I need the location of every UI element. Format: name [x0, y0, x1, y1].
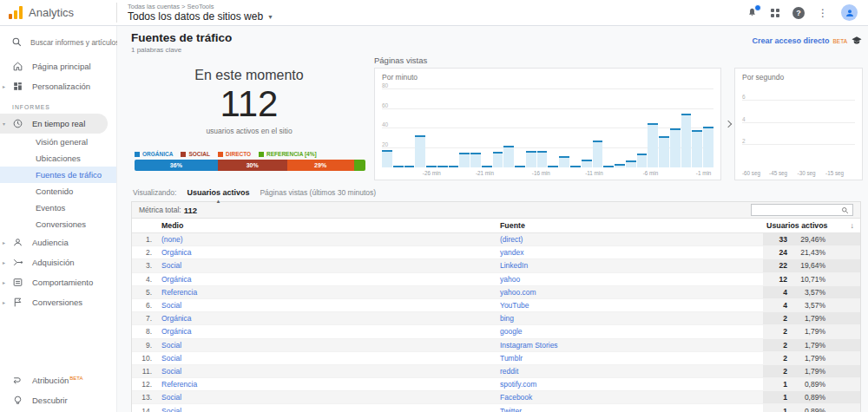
sidebar-item-conversiones[interactable]: ▸Conversiones	[0, 292, 116, 312]
sidebar-subitem-contenido[interactable]: Contenido	[0, 183, 116, 199]
source-link[interactable]: Facebook	[500, 391, 763, 403]
bar[interactable]	[570, 166, 581, 167]
column-header-medio[interactable]: Medio	[161, 221, 500, 230]
medium-link[interactable]: Orgánica	[161, 325, 500, 337]
metric-cell: 3329,46%	[763, 233, 860, 245]
bar[interactable]	[404, 166, 415, 167]
sidebar-subitem-conversiones[interactable]: Conversiones	[0, 216, 116, 232]
medium-link[interactable]: (none)	[161, 233, 500, 245]
bar[interactable]	[648, 123, 658, 167]
create-shortcut-button[interactable]: Crear acceso directo BETA	[752, 35, 863, 47]
medium-link[interactable]: Orgánica	[161, 273, 500, 285]
source-link[interactable]: LinkedIn	[500, 259, 763, 271]
sidebar-item-comportamiento[interactable]: ▸Comportamiento	[0, 272, 116, 292]
bar[interactable]	[593, 141, 603, 168]
source-link[interactable]: yahoo.com	[500, 286, 763, 298]
medium-link[interactable]: Social	[161, 299, 500, 311]
sidebar-item-discover[interactable]: Descubrir	[0, 390, 116, 410]
bar[interactable]	[626, 160, 636, 167]
medium-link[interactable]: Social	[161, 391, 500, 403]
medium-link[interactable]: Referencia	[161, 286, 500, 298]
graduation-cap-icon[interactable]	[851, 35, 863, 47]
bar[interactable]	[449, 166, 459, 167]
sort-descending-icon[interactable]: ↓	[851, 221, 855, 230]
sidebar-subitem-visi-n-general[interactable]: Visión general	[0, 134, 116, 150]
chart-scroll-right-button[interactable]	[721, 68, 734, 180]
sidebar-item-audiencia[interactable]: ▸Audiencia	[0, 232, 116, 252]
tab-pageviews[interactable]: Páginas vistas (últimos 30 minutos)	[260, 188, 376, 197]
legend-item: SOCIAL	[181, 151, 210, 157]
sidebar-item-personalization[interactable]: ▸ Personalización	[0, 76, 116, 96]
medium-link[interactable]: Social	[161, 365, 500, 377]
tab-active-users[interactable]: Usuarios activos ▲	[187, 188, 249, 197]
bar[interactable]	[637, 154, 648, 167]
medium-link[interactable]: Referencia	[161, 378, 500, 390]
medium-link[interactable]: Social	[161, 352, 500, 364]
avatar[interactable]	[841, 4, 858, 21]
sidebar-subitem-eventos[interactable]: Eventos	[0, 199, 116, 216]
sidebar-search-input[interactable]	[30, 38, 117, 47]
bar[interactable]	[515, 166, 525, 167]
active-users-pct: 1,79%	[787, 354, 825, 363]
property-selector[interactable]: Todos los datos de sitios web ▼	[128, 10, 273, 23]
source-link[interactable]: google	[500, 325, 763, 337]
bar[interactable]	[603, 166, 614, 167]
source-link[interactable]: (direct)	[500, 233, 763, 245]
bar[interactable]	[548, 166, 558, 167]
bar[interactable]	[681, 114, 692, 167]
breadcrumb-path[interactable]: Todas las cuentas > SeoTools	[128, 3, 273, 10]
source-link[interactable]: Tumblr	[500, 352, 763, 364]
bar[interactable]	[659, 136, 669, 167]
bar[interactable]	[537, 151, 548, 167]
more-options-button[interactable]: ⋮	[818, 7, 828, 19]
bar[interactable]	[482, 166, 492, 167]
apps-button[interactable]	[771, 9, 779, 17]
bar[interactable]	[437, 166, 448, 167]
bar[interactable]	[582, 160, 592, 167]
medium-link[interactable]: Social	[161, 404, 500, 412]
bar[interactable]	[670, 128, 681, 167]
bar[interactable]	[470, 153, 481, 167]
help-button[interactable]: ?	[792, 7, 805, 19]
source-link[interactable]: Twitter	[500, 404, 763, 412]
source-link[interactable]: YouTube	[500, 299, 763, 311]
medium-link[interactable]: Orgánica	[161, 246, 500, 258]
bar[interactable]	[415, 135, 425, 167]
bar[interactable]	[459, 153, 470, 167]
clock-icon	[12, 118, 23, 129]
chart-bars	[742, 89, 855, 167]
analytics-logo[interactable]: Analytics	[9, 6, 116, 19]
sidebar-item-home[interactable]: Página principal	[0, 56, 116, 76]
sidebar-item-realtime[interactable]: ▾ En tiempo real	[0, 114, 108, 134]
bar[interactable]	[559, 156, 569, 168]
sidebar-item-attribution[interactable]: AtribuciónBETA	[0, 370, 116, 390]
bar[interactable]	[426, 166, 437, 167]
source-link[interactable]: bing	[500, 312, 763, 324]
table-search-input[interactable]	[755, 206, 841, 214]
source-link[interactable]: yandex	[500, 246, 763, 258]
medium-link[interactable]: Social	[161, 259, 500, 271]
source-link[interactable]: Instagram Stories	[500, 339, 763, 351]
source-link[interactable]: reddit	[500, 365, 763, 377]
bar[interactable]	[493, 152, 503, 167]
medium-link[interactable]: Orgánica	[161, 312, 500, 324]
column-header-usuarios[interactable]: Usuarios activos	[766, 221, 827, 230]
bar[interactable]	[382, 150, 392, 167]
sidebar-subitem-fuentes-de-tr-fico[interactable]: Fuentes de tráfico	[0, 167, 116, 183]
table-search[interactable]	[751, 204, 853, 216]
sidebar-item-adquisición[interactable]: ▸Adquisición	[0, 252, 116, 272]
source-link[interactable]: yahoo	[500, 273, 763, 285]
medium-link[interactable]: Social	[161, 339, 500, 351]
bar[interactable]	[526, 151, 536, 167]
bar[interactable]	[393, 166, 404, 167]
bar[interactable]	[503, 146, 514, 167]
sidebar-subitem-ubicaciones[interactable]: Ubicaciones	[0, 150, 116, 167]
search-icon[interactable]	[841, 206, 849, 214]
notifications-button[interactable]	[746, 7, 758, 18]
column-header-fuente[interactable]: Fuente	[500, 221, 766, 230]
bar[interactable]	[615, 164, 625, 168]
bar[interactable]	[692, 130, 702, 167]
bar[interactable]	[703, 127, 713, 167]
sidebar-search[interactable]	[0, 31, 116, 56]
source-link[interactable]: spotify.com	[500, 378, 763, 390]
